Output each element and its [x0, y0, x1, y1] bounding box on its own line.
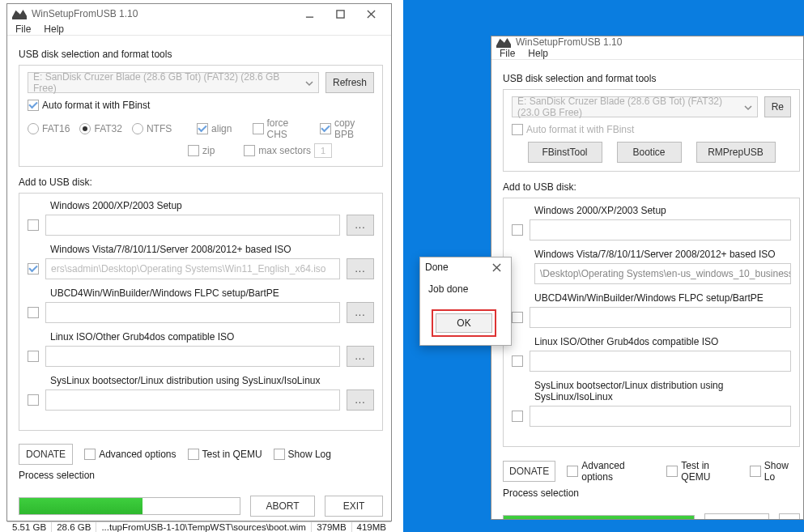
ubcd-label: UBCD4Win/WinBuilder/Windows FLPC setup/B… [534, 292, 791, 304]
fbinsttool-button[interactable]: FBinstTool [528, 142, 602, 163]
drive-select[interactable]: E: SanDisk Cruzer Blade (28.6 GB Tot) (F… [512, 96, 758, 117]
fat32-label: FAT32 [94, 123, 121, 134]
syslinux-browse-button[interactable]: ... [347, 389, 374, 411]
ubcd-checkbox[interactable] [28, 307, 39, 318]
advanced-checkbox[interactable] [84, 449, 96, 460]
menu-file[interactable]: File [500, 48, 515, 59]
zip-label: zip [202, 145, 215, 156]
dialog-close-button[interactable] [487, 257, 506, 277]
menu-file[interactable]: File [15, 23, 31, 35]
advanced-checkbox[interactable] [567, 466, 578, 477]
abort-button[interactable]: ABORT [704, 513, 769, 520]
winvista-path[interactable]: \Desktop\Operating Systems\en-us_windows… [534, 263, 791, 284]
app-icon [496, 36, 511, 48]
window-title: WinSetupFromUSB 1.10 [516, 36, 798, 48]
autoformat-checkbox[interactable] [28, 100, 39, 111]
advanced-label: Advanced options [99, 449, 176, 460]
showlog-checkbox[interactable] [750, 466, 761, 477]
syslinux-path[interactable] [530, 406, 791, 427]
autoformat-label: Auto format it with FBinst [526, 124, 634, 135]
exit-button[interactable]: E [779, 513, 800, 520]
process-label: Process selection [503, 487, 800, 499]
bootice-button[interactable]: Bootice [617, 142, 682, 163]
menubar: File Help [7, 23, 391, 36]
donate-button[interactable]: DONATE [503, 461, 555, 482]
zip-checkbox[interactable] [188, 145, 199, 156]
maxsectors-label: max sectors [258, 145, 311, 156]
linux-path[interactable] [530, 351, 791, 372]
linux-checkbox[interactable] [512, 355, 523, 367]
winvista-browse-button[interactable]: ... [347, 258, 374, 279]
usb-group: E: SanDisk Cruzer Blade (28.6 GB Tot) (F… [503, 89, 800, 172]
winvista-checkbox[interactable] [28, 263, 39, 275]
winvista-label: Windows Vista/7/8/10/11/Server 2008/2012… [534, 249, 791, 260]
showlog-label: Show Lo [764, 460, 800, 483]
status-3: ...tupFromUSB-1-10\TempWST\sources\boot.… [96, 522, 312, 532]
syslinux-label: SysLinux bootsector/Linux distribution u… [534, 380, 791, 402]
syslinux-path[interactable] [45, 389, 340, 411]
linux-checkbox[interactable] [28, 351, 39, 362]
menu-help[interactable]: Help [44, 23, 64, 35]
winxp-checkbox[interactable] [512, 224, 523, 236]
winvista-path[interactable]: ers\sadmin\Desktop\Operating Systems\Win… [45, 258, 340, 279]
qemu-checkbox[interactable] [666, 466, 678, 477]
maxsectors-checkbox[interactable] [244, 145, 255, 156]
syslinux-checkbox[interactable] [512, 411, 523, 422]
winvista-label: Windows Vista/7/8/10/11/Server 2008/2012… [50, 244, 374, 255]
donate-button[interactable]: DONATE [19, 444, 73, 465]
linux-label: Linux ISO/Other Grub4dos compatible ISO [534, 336, 791, 347]
status-5: 419MB [352, 522, 391, 532]
autoformat-checkbox[interactable] [512, 124, 523, 135]
copybpb-checkbox[interactable] [320, 123, 331, 134]
winxp-path[interactable] [530, 219, 791, 240]
app-icon [12, 8, 27, 19]
showlog-label: Show Log [288, 449, 331, 460]
close-button[interactable] [355, 4, 386, 23]
ubcd-path[interactable] [45, 302, 340, 323]
winxp-browse-button[interactable]: ... [347, 215, 374, 236]
ok-button[interactable]: OK [436, 313, 492, 333]
ubcd-browse-button[interactable]: ... [347, 302, 374, 323]
ntfs-label: NTFS [147, 123, 172, 134]
fat16-radio[interactable] [28, 123, 39, 134]
rmprepusb-button[interactable]: RMPrepUSB [696, 142, 776, 163]
refresh-button[interactable]: Refresh [325, 72, 374, 93]
winxp-checkbox[interactable] [28, 219, 39, 231]
exit-button[interactable]: EXIT [325, 496, 383, 517]
add-group: Windows 2000/XP/2003 Setup ... Windows V… [19, 193, 383, 431]
refresh-button[interactable]: Re [764, 96, 791, 117]
left-window: WinSetupFromUSB 1.10 File Help USB disk … [6, 3, 392, 521]
syslinux-label: SysLinux bootsector/Linux distribution u… [50, 375, 374, 386]
maxsectors-value[interactable]: 1 [314, 143, 332, 158]
abort-button[interactable]: ABORT [250, 496, 315, 517]
linux-path[interactable] [45, 346, 340, 367]
fat32-radio[interactable] [79, 123, 91, 134]
dialog-titlebar[interactable]: Done [420, 257, 511, 277]
showlog-checkbox[interactable] [274, 449, 285, 460]
ubcd-path[interactable] [530, 307, 791, 328]
menubar: File Help [491, 48, 803, 60]
drive-select[interactable]: E: SanDisk Cruzer Blade (28.6 GB Tot) (F… [28, 72, 319, 93]
menu-help[interactable]: Help [528, 48, 548, 59]
ntfs-radio[interactable] [132, 123, 143, 134]
syslinux-checkbox[interactable] [28, 394, 39, 406]
winxp-path[interactable] [45, 215, 340, 236]
forcechs-label: force CHS [267, 117, 309, 140]
forcechs-checkbox[interactable] [253, 123, 264, 134]
linux-browse-button[interactable]: ... [347, 346, 374, 367]
align-checkbox[interactable] [197, 123, 208, 134]
right-window: WinSetupFromUSB 1.10 File Help USB disk … [491, 36, 804, 520]
qemu-checkbox[interactable] [188, 449, 199, 460]
minimize-button[interactable] [294, 4, 325, 23]
add-section-label: Add to USB disk: [19, 177, 383, 188]
dialog-message: Job done [428, 283, 503, 295]
ok-highlight: OK [432, 309, 496, 337]
maximize-button[interactable] [325, 4, 355, 23]
drive-select-value: E: SanDisk Cruzer Blade (28.6 GB Tot) (F… [33, 71, 300, 94]
titlebar[interactable]: WinSetupFromUSB 1.10 [7, 4, 391, 23]
titlebar[interactable]: WinSetupFromUSB 1.10 [491, 36, 803, 48]
done-dialog: Done Job done OK [419, 257, 512, 346]
dialog-title: Done [425, 262, 487, 273]
chevron-down-icon [744, 103, 752, 111]
ubcd-checkbox[interactable] [512, 312, 523, 323]
